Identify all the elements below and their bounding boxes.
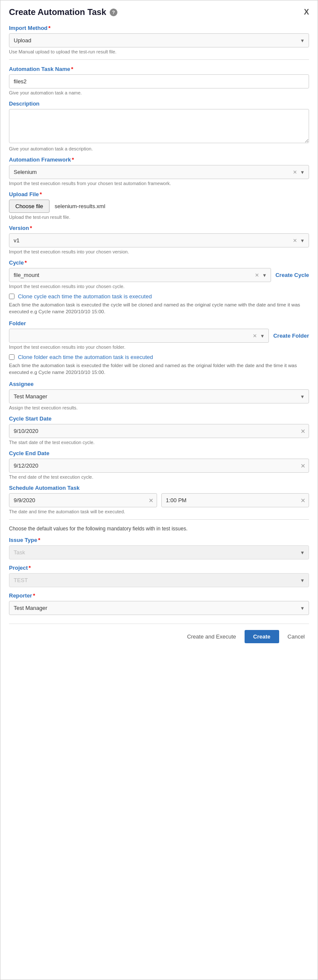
clone-folder-checkbox[interactable]: [9, 354, 15, 360]
version-select-wrapper: v1 v2 v3 ✕ ▼: [9, 233, 309, 247]
version-helper: Import the test execution results into y…: [9, 249, 309, 254]
divider-2: [9, 519, 309, 520]
cycle-end-date-input[interactable]: [9, 459, 309, 473]
clone-cycle-checkbox[interactable]: [9, 294, 15, 299]
create-cycle-link[interactable]: Create Cycle: [275, 272, 309, 278]
issue-type-select-wrapper: Task Bug Story ▼: [9, 545, 309, 559]
schedule-time-clear[interactable]: ✕: [300, 497, 306, 504]
folder-select[interactable]: [9, 329, 269, 343]
cycle-end-date-wrapper: ✕: [9, 459, 309, 473]
folder-select-wrapper: ✕ ▼: [9, 329, 269, 343]
project-group: Project* TEST PROJ1 ▼: [9, 565, 309, 587]
clone-folder-row: Clone folder each time the automation ta…: [9, 354, 309, 360]
schedule-label: Schedule Automation Task: [9, 485, 309, 491]
description-input[interactable]: [9, 109, 309, 143]
import-method-select-wrapper: Upload API CLI ▼: [9, 33, 309, 47]
cycle-start-date-input[interactable]: [9, 424, 309, 438]
automation-framework-select[interactable]: Selenium JUnit TestNG Cucumber: [9, 165, 309, 179]
version-select[interactable]: v1 v2 v3: [9, 233, 309, 247]
assignee-select[interactable]: Test Manager User 1 User 2: [9, 389, 309, 403]
cycle-start-date-wrapper: ✕: [9, 424, 309, 438]
cancel-button[interactable]: Cancel: [283, 630, 309, 643]
import-method-group: Import Method* Upload API CLI ▼ Use Manu…: [9, 25, 309, 54]
folder-label: Folder: [9, 320, 309, 327]
cycle-select-wrapper: file_mount Cycle 1 Cycle 2 ✕ ▼: [9, 268, 271, 282]
automation-framework-select-wrapper: Selenium JUnit TestNG Cucumber ✕ ▼: [9, 165, 309, 179]
create-button[interactable]: Create: [245, 630, 279, 643]
upload-file-group: Upload File* Choose file selenium-result…: [9, 191, 309, 220]
issue-type-select[interactable]: Task Bug Story: [9, 545, 309, 559]
automation-task-name-group: Automation Task Name* Give your automati…: [9, 66, 309, 95]
divider-1: [9, 59, 309, 60]
cycle-select[interactable]: file_mount Cycle 1 Cycle 2: [9, 268, 271, 282]
automation-task-name-label: Automation Task Name*: [9, 66, 309, 72]
modal-header: Create Automation Task ? X: [9, 7, 309, 17]
schedule-date-input[interactable]: [9, 493, 157, 507]
version-label: Version*: [9, 225, 309, 231]
folder-helper: Import the test execution results into y…: [9, 344, 309, 350]
modal-title-group: Create Automation Task ?: [9, 7, 117, 17]
assignee-helper: Assign the test execution results.: [9, 405, 309, 410]
cycle-start-date-label: Cycle Start Date: [9, 415, 309, 422]
cycle-row: file_mount Cycle 1 Cycle 2 ✕ ▼ Create Cy…: [9, 268, 309, 282]
description-helper: Give your automation task a description.: [9, 146, 309, 151]
close-icon[interactable]: X: [304, 8, 309, 17]
clone-folder-label[interactable]: Clone folder each time the automation ta…: [18, 354, 153, 360]
import-method-select[interactable]: Upload API CLI: [9, 33, 309, 47]
schedule-time-input[interactable]: [161, 493, 309, 507]
version-group: Version* v1 v2 v3 ✕ ▼ Import the test ex…: [9, 225, 309, 254]
upload-file-helper: Upload the test-run result file.: [9, 215, 309, 220]
folder-row: ✕ ▼ Create Folder: [9, 329, 309, 343]
clone-cycle-label[interactable]: Clone cycle each time the automation tas…: [18, 293, 152, 300]
clone-folder-description: Each time the automation task is execute…: [9, 362, 309, 376]
automation-task-name-input[interactable]: [9, 74, 309, 88]
schedule-date-clear[interactable]: ✕: [149, 497, 154, 504]
cycle-helper: Import the test execution results into y…: [9, 284, 309, 289]
cycle-end-date-clear[interactable]: ✕: [300, 462, 306, 469]
automation-task-name-helper: Give your automation task a name.: [9, 90, 309, 95]
import-method-helper: Use Manual upload to upload the test-run…: [9, 49, 309, 54]
help-icon[interactable]: ?: [110, 9, 117, 16]
cycle-group: Cycle* file_mount Cycle 1 Cycle 2 ✕ ▼ Cr…: [9, 259, 309, 315]
assignee-group: Assignee Test Manager User 1 User 2 ▼ As…: [9, 381, 309, 410]
reporter-label: Reporter*: [9, 592, 309, 599]
upload-file-label: Upload File*: [9, 191, 309, 197]
cycle-start-date-group: Cycle Start Date ✕ The start date of the…: [9, 415, 309, 445]
clone-cycle-description: Each time the automation task is execute…: [9, 301, 309, 315]
assignee-select-wrapper: Test Manager User 1 User 2 ▼: [9, 389, 309, 403]
clone-cycle-row: Clone cycle each time the automation tas…: [9, 293, 309, 300]
schedule-group: Schedule Automation Task ✕ ✕ The date an…: [9, 485, 309, 514]
upload-file-name: selenium-results.xml: [55, 203, 105, 209]
modal-title: Create Automation Task: [9, 7, 106, 17]
folder-group: Folder ✕ ▼ Create Folder Import the test…: [9, 320, 309, 376]
assignee-label: Assignee: [9, 381, 309, 387]
schedule-helper: The date and time the automation task wi…: [9, 509, 309, 514]
reporter-select[interactable]: Test Manager User 1: [9, 601, 309, 615]
cycle-end-date-label: Cycle End Date: [9, 450, 309, 456]
automation-framework-label: Automation Framework*: [9, 156, 309, 163]
issue-type-label: Issue Type*: [9, 537, 309, 543]
schedule-date-wrapper: ✕: [9, 493, 157, 507]
create-automation-task-modal: Create Automation Task ? X Import Method…: [0, 0, 318, 980]
choose-file-button[interactable]: Choose file: [9, 200, 50, 213]
issue-type-group: Issue Type* Task Bug Story ▼: [9, 537, 309, 559]
cycle-end-date-helper: The end date of the test execution cycle…: [9, 474, 309, 480]
description-group: Description Give your automation task a …: [9, 100, 309, 151]
cycle-label: Cycle*: [9, 259, 309, 266]
reporter-select-wrapper: Test Manager User 1 ▼: [9, 601, 309, 615]
create-folder-link[interactable]: Create Folder: [273, 333, 309, 339]
footer-row: Create and Execute Create Cancel: [9, 624, 309, 643]
import-method-label: Import Method*: [9, 25, 309, 31]
cycle-end-date-group: Cycle End Date ✕ The end date of the tes…: [9, 450, 309, 480]
project-select[interactable]: TEST PROJ1: [9, 573, 309, 587]
mandatory-note: Choose the default values for the follow…: [9, 526, 309, 532]
cycle-start-date-helper: The start date of the test execution cyc…: [9, 440, 309, 445]
automation-framework-group: Automation Framework* Selenium JUnit Tes…: [9, 156, 309, 186]
schedule-time-wrapper: ✕: [161, 493, 309, 507]
project-label: Project*: [9, 565, 309, 571]
automation-framework-helper: Import the test execution results from y…: [9, 181, 309, 186]
schedule-row: ✕ ✕: [9, 493, 309, 507]
upload-file-row: Choose file selenium-results.xml: [9, 200, 309, 213]
create-and-execute-button[interactable]: Create and Execute: [183, 630, 240, 643]
cycle-start-date-clear[interactable]: ✕: [300, 428, 306, 435]
